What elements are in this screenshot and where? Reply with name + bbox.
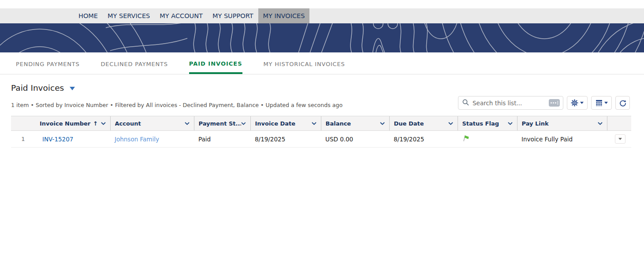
invoice-number-link[interactable]: INV-15207 [42,136,73,143]
chevron-down-icon[interactable] [448,122,453,125]
balance-cell: USD 0.00 [321,131,389,148]
chevron-down-icon[interactable] [380,122,385,125]
list-view-selector-caret-icon[interactable] [70,87,75,90]
chevron-down-icon[interactable] [312,122,316,125]
topographic-pattern [0,23,644,52]
input-extension-chip-icon [549,99,560,107]
tab-pending-payments[interactable]: PENDING PAYMENTS [16,61,80,74]
row-number: 1 [11,131,35,148]
paid-invoices-table: Invoice Number ↑ Account [11,116,631,148]
chevron-down-icon[interactable] [185,122,190,125]
nav-item-my-invoices[interactable]: MY INVOICES [258,8,310,23]
invoice-date-cell: 8/19/2025 [250,131,321,148]
top-white-strip [0,0,644,8]
chevron-down-icon [604,102,608,104]
payment-status-cell: Paid [194,131,250,148]
column-due-date[interactable]: Due Date [389,116,458,131]
column-invoice-number[interactable]: Invoice Number ↑ [35,116,110,131]
column-status-flag[interactable]: Status Flag [458,116,517,131]
column-label: Invoice Number [40,120,90,127]
search-box [458,96,563,110]
chevron-down-icon[interactable] [508,122,513,125]
column-payment-status[interactable]: Payment St... [194,116,250,131]
nav-item-my-support[interactable]: MY SUPPORT [208,8,258,23]
due-date-cell: 8/19/2025 [389,131,458,148]
tab-declined-payments[interactable]: DECLINED PAYMENTS [101,61,168,74]
column-row-number [11,116,35,131]
column-invoice-date[interactable]: Invoice Date [250,116,321,131]
hero-banner-topographic [0,23,644,52]
list-settings-button[interactable] [567,96,588,110]
column-label: Pay Link [522,120,549,127]
column-label: Payment St... [199,120,241,127]
column-label: Balance [326,120,351,127]
list-view-header: Paid Invoices 1 item • Sorted by Invoice… [0,74,644,116]
column-account[interactable]: Account [110,116,194,131]
nav-item-my-account[interactable]: MY ACCOUNT [155,8,208,23]
status-flag-cell [458,131,517,148]
magnifier-icon [462,99,469,106]
column-label: Status Flag [462,120,499,127]
refresh-icon [619,100,626,107]
tab-paid-invoices[interactable]: PAID INVOICES [189,60,242,74]
chevron-down-icon[interactable] [101,122,106,125]
refresh-button[interactable] [615,96,630,110]
account-link[interactable]: Johnson Family [115,136,159,143]
arrow-up-icon: ↑ [93,120,98,127]
table-row: 1 INV-15207 Johnson Family Paid 8/19/202… [11,131,631,148]
list-summary-text: 1 item • Sorted by Invoice Number • Filt… [11,102,342,108]
column-balance[interactable]: Balance [321,116,389,131]
green-flag-icon [462,134,470,142]
column-row-actions [607,116,631,131]
list-controls [458,96,630,110]
chevron-down-icon [580,102,584,104]
page-title: Paid Invoices [11,83,64,92]
global-navigation: HOME MY SERVICES MY ACCOUNT MY SUPPORT M… [0,8,644,23]
chevron-down-icon[interactable] [598,122,603,125]
invoice-tabs: PENDING PAYMENTS DECLINED PAYMENTS PAID … [0,52,644,74]
gear-icon [571,99,578,107]
chevron-down-icon[interactable] [241,122,246,125]
column-label: Invoice Date [255,120,296,127]
nav-item-home[interactable]: HOME [74,8,103,23]
table-grid-icon [596,100,603,106]
row-actions-cell [607,131,631,148]
tab-my-historical-invoices[interactable]: MY HISTORICAL INVOICES [264,61,345,74]
chevron-down-icon [618,138,622,140]
row-actions-button[interactable] [615,134,625,144]
column-label: Due Date [394,120,424,127]
column-pay-link[interactable]: Pay Link [517,116,607,131]
display-as-button[interactable] [591,96,612,110]
nav-item-my-services[interactable]: MY SERVICES [103,8,155,23]
search-input[interactable] [458,96,563,110]
column-label: Account [115,120,141,127]
pay-link-cell: Invoice Fully Paid [517,131,607,148]
table-header-row: Invoice Number ↑ Account [11,116,631,131]
